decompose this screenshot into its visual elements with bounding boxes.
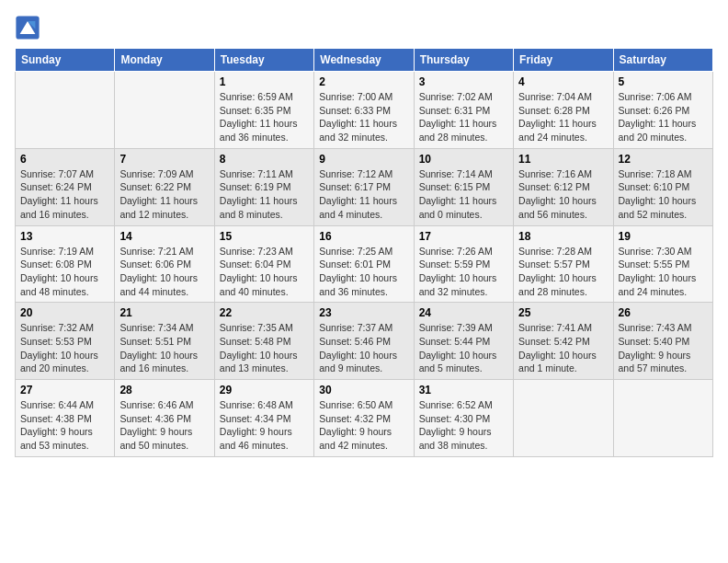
calendar-cell: 17Sunrise: 7:26 AM Sunset: 5:59 PM Dayli…	[414, 225, 513, 303]
calendar-cell: 29Sunrise: 6:48 AM Sunset: 4:34 PM Dayli…	[214, 380, 313, 457]
day-number: 22	[220, 306, 309, 319]
calendar-cell: 27Sunrise: 6:44 AM Sunset: 4:38 PM Dayli…	[16, 380, 115, 457]
day-number: 7	[119, 153, 209, 166]
day-number: 2	[319, 75, 408, 88]
calendar-cell: 14Sunrise: 7:21 AM Sunset: 6:06 PM Dayli…	[115, 225, 214, 303]
calendar-table: SundayMondayTuesdayWednesdayThursdayFrid…	[15, 48, 713, 457]
calendar-cell: 4Sunrise: 7:04 AM Sunset: 6:28 PM Daylig…	[514, 72, 613, 149]
day-number: 4	[518, 75, 608, 88]
day-number: 24	[419, 306, 508, 319]
day-number: 18	[518, 230, 608, 243]
day-info: Sunrise: 7:37 AM Sunset: 5:46 PM Dayligh…	[319, 321, 408, 375]
day-info: Sunrise: 7:14 AM Sunset: 6:15 PM Dayligh…	[419, 167, 508, 222]
calendar-week-row: 27Sunrise: 6:44 AM Sunset: 4:38 PM Dayli…	[16, 380, 713, 457]
day-number: 25	[518, 306, 608, 319]
day-info: Sunrise: 6:46 AM Sunset: 4:36 PM Dayligh…	[119, 398, 209, 453]
day-info: Sunrise: 7:34 AM Sunset: 5:51 PM Dayligh…	[119, 321, 209, 375]
day-number: 19	[619, 230, 708, 243]
day-info: Sunrise: 6:48 AM Sunset: 4:34 PM Dayligh…	[220, 398, 309, 453]
day-info: Sunrise: 6:52 AM Sunset: 4:30 PM Dayligh…	[419, 398, 508, 453]
calendar-cell: 3Sunrise: 7:02 AM Sunset: 6:31 PM Daylig…	[414, 72, 513, 149]
calendar-week-row: 13Sunrise: 7:19 AM Sunset: 6:08 PM Dayli…	[16, 225, 713, 303]
calendar-cell: 8Sunrise: 7:11 AM Sunset: 6:19 PM Daylig…	[214, 148, 313, 225]
calendar-cell: 10Sunrise: 7:14 AM Sunset: 6:15 PM Dayli…	[414, 148, 513, 225]
day-number: 12	[619, 153, 708, 166]
day-info: Sunrise: 7:35 AM Sunset: 5:48 PM Dayligh…	[220, 321, 309, 375]
calendar-cell: 24Sunrise: 7:39 AM Sunset: 5:44 PM Dayli…	[414, 303, 513, 380]
day-number: 16	[319, 230, 408, 243]
day-info: Sunrise: 7:32 AM Sunset: 5:53 PM Dayligh…	[20, 321, 109, 375]
calendar-cell	[115, 72, 214, 149]
calendar-header-row: SundayMondayTuesdayWednesdayThursdayFrid…	[16, 49, 713, 72]
column-header-sunday: Sunday	[16, 49, 115, 72]
calendar-week-row: 6Sunrise: 7:07 AM Sunset: 6:24 PM Daylig…	[16, 148, 713, 225]
day-info: Sunrise: 6:44 AM Sunset: 4:38 PM Dayligh…	[20, 398, 109, 453]
day-info: Sunrise: 7:25 AM Sunset: 6:01 PM Dayligh…	[319, 245, 408, 299]
day-info: Sunrise: 7:00 AM Sunset: 6:33 PM Dayligh…	[319, 90, 408, 144]
day-number: 23	[319, 306, 408, 319]
day-number: 10	[419, 153, 508, 166]
day-info: Sunrise: 7:12 AM Sunset: 6:17 PM Dayligh…	[319, 167, 408, 222]
day-info: Sunrise: 7:16 AM Sunset: 6:12 PM Dayligh…	[518, 167, 608, 222]
day-info: Sunrise: 7:28 AM Sunset: 5:57 PM Dayligh…	[518, 245, 608, 299]
day-number: 9	[319, 153, 408, 166]
calendar-week-row: 20Sunrise: 7:32 AM Sunset: 5:53 PM Dayli…	[16, 303, 713, 380]
day-number: 27	[20, 384, 109, 396]
calendar-cell: 30Sunrise: 6:50 AM Sunset: 4:32 PM Dayli…	[314, 380, 414, 457]
calendar-cell: 28Sunrise: 6:46 AM Sunset: 4:36 PM Dayli…	[115, 380, 214, 457]
day-info: Sunrise: 7:09 AM Sunset: 6:22 PM Dayligh…	[119, 167, 209, 222]
logo	[15, 15, 44, 40]
calendar-cell: 1Sunrise: 6:59 AM Sunset: 6:35 PM Daylig…	[214, 72, 313, 149]
calendar-cell: 21Sunrise: 7:34 AM Sunset: 5:51 PM Dayli…	[115, 303, 214, 380]
day-info: Sunrise: 6:50 AM Sunset: 4:32 PM Dayligh…	[319, 398, 408, 453]
day-number: 15	[220, 230, 309, 243]
calendar-week-row: 1Sunrise: 6:59 AM Sunset: 6:35 PM Daylig…	[16, 72, 713, 149]
calendar-cell: 22Sunrise: 7:35 AM Sunset: 5:48 PM Dayli…	[214, 303, 313, 380]
calendar-cell	[16, 72, 115, 149]
column-header-tuesday: Tuesday	[214, 49, 313, 72]
calendar-cell: 9Sunrise: 7:12 AM Sunset: 6:17 PM Daylig…	[314, 148, 414, 225]
calendar-cell	[514, 380, 613, 457]
calendar-cell: 20Sunrise: 7:32 AM Sunset: 5:53 PM Dayli…	[16, 303, 115, 380]
calendar-cell: 16Sunrise: 7:25 AM Sunset: 6:01 PM Dayli…	[314, 225, 414, 303]
logo-icon	[15, 15, 40, 40]
day-number: 31	[419, 384, 508, 396]
day-info: Sunrise: 7:21 AM Sunset: 6:06 PM Dayligh…	[119, 245, 209, 299]
calendar-cell: 7Sunrise: 7:09 AM Sunset: 6:22 PM Daylig…	[115, 148, 214, 225]
day-number: 26	[619, 306, 708, 319]
calendar-cell: 31Sunrise: 6:52 AM Sunset: 4:30 PM Dayli…	[414, 380, 513, 457]
day-info: Sunrise: 7:23 AM Sunset: 6:04 PM Dayligh…	[220, 245, 309, 299]
day-info: Sunrise: 7:07 AM Sunset: 6:24 PM Dayligh…	[20, 167, 109, 222]
day-number: 17	[419, 230, 508, 243]
calendar-cell: 2Sunrise: 7:00 AM Sunset: 6:33 PM Daylig…	[314, 72, 414, 149]
day-number: 21	[119, 306, 209, 319]
day-number: 5	[619, 75, 708, 88]
calendar-cell: 15Sunrise: 7:23 AM Sunset: 6:04 PM Dayli…	[214, 225, 313, 303]
day-number: 13	[20, 230, 109, 243]
day-number: 29	[220, 384, 309, 396]
day-number: 3	[419, 75, 508, 88]
day-info: Sunrise: 7:39 AM Sunset: 5:44 PM Dayligh…	[419, 321, 508, 375]
day-number: 6	[20, 153, 109, 166]
calendar-cell: 25Sunrise: 7:41 AM Sunset: 5:42 PM Dayli…	[514, 303, 613, 380]
calendar-cell: 6Sunrise: 7:07 AM Sunset: 6:24 PM Daylig…	[16, 148, 115, 225]
column-header-saturday: Saturday	[613, 49, 712, 72]
calendar-cell: 12Sunrise: 7:18 AM Sunset: 6:10 PM Dayli…	[613, 148, 712, 225]
calendar-cell: 11Sunrise: 7:16 AM Sunset: 6:12 PM Dayli…	[514, 148, 613, 225]
day-info: Sunrise: 7:26 AM Sunset: 5:59 PM Dayligh…	[419, 245, 508, 299]
day-info: Sunrise: 7:43 AM Sunset: 5:40 PM Dayligh…	[619, 321, 708, 375]
column-header-monday: Monday	[115, 49, 214, 72]
day-number: 30	[319, 384, 408, 396]
day-number: 8	[220, 153, 309, 166]
day-info: Sunrise: 7:04 AM Sunset: 6:28 PM Dayligh…	[518, 90, 608, 144]
day-info: Sunrise: 7:18 AM Sunset: 6:10 PM Dayligh…	[619, 167, 708, 222]
day-number: 20	[20, 306, 109, 319]
day-number: 14	[119, 230, 209, 243]
calendar-cell: 13Sunrise: 7:19 AM Sunset: 6:08 PM Dayli…	[16, 225, 115, 303]
calendar-cell: 18Sunrise: 7:28 AM Sunset: 5:57 PM Dayli…	[514, 225, 613, 303]
column-header-friday: Friday	[514, 49, 613, 72]
day-info: Sunrise: 7:30 AM Sunset: 5:55 PM Dayligh…	[619, 245, 708, 299]
day-number: 11	[518, 153, 608, 166]
day-info: Sunrise: 7:41 AM Sunset: 5:42 PM Dayligh…	[518, 321, 608, 375]
day-info: Sunrise: 6:59 AM Sunset: 6:35 PM Dayligh…	[220, 90, 309, 144]
